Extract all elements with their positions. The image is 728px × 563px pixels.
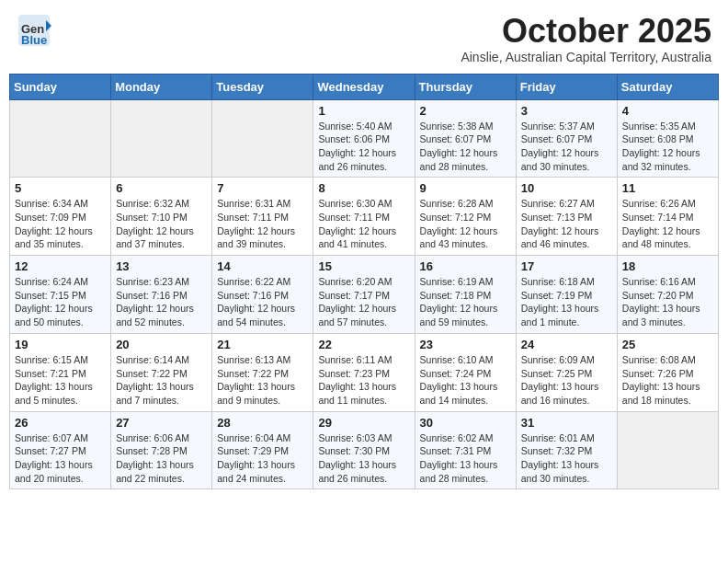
day-info: Sunrise: 5:35 AMSunset: 6:08 PMDaylight:…: [622, 120, 713, 174]
table-row: 19Sunrise: 6:15 AMSunset: 7:21 PMDayligh…: [10, 333, 111, 411]
table-row: [617, 411, 718, 489]
day-info: Sunrise: 6:08 AMSunset: 7:26 PMDaylight:…: [622, 353, 713, 408]
day-number: 3: [521, 104, 612, 118]
day-number: 20: [116, 338, 207, 351]
day-number: 18: [622, 259, 713, 273]
location-subtitle: Ainslie, Australian Capital Territory, A…: [461, 50, 711, 64]
calendar-week-row: 12Sunrise: 6:24 AMSunset: 7:15 PMDayligh…: [10, 256, 719, 334]
day-info: Sunrise: 6:32 AMSunset: 7:10 PMDaylight:…: [116, 197, 207, 251]
calendar-week-row: 5Sunrise: 6:34 AMSunset: 7:09 PMDaylight…: [10, 178, 719, 256]
day-number: 19: [15, 338, 106, 351]
table-row: 29Sunrise: 6:03 AMSunset: 7:30 PMDayligh…: [313, 411, 415, 489]
day-info: Sunrise: 6:16 AMSunset: 7:20 PMDaylight:…: [622, 275, 713, 329]
table-row: 27Sunrise: 6:06 AMSunset: 7:28 PMDayligh…: [111, 411, 212, 489]
logo: Gen Blue: [17, 13, 51, 52]
day-info: Sunrise: 6:18 AMSunset: 7:19 PMDaylight:…: [521, 275, 612, 329]
table-row: 14Sunrise: 6:22 AMSunset: 7:16 PMDayligh…: [212, 256, 313, 334]
table-row: 6Sunrise: 6:32 AMSunset: 7:10 PMDaylight…: [111, 178, 212, 256]
logo-icon: Gen Blue: [17, 13, 51, 48]
day-info: Sunrise: 6:19 AMSunset: 7:18 PMDaylight:…: [420, 275, 511, 329]
calendar-week-row: 19Sunrise: 6:15 AMSunset: 7:21 PMDayligh…: [10, 333, 719, 411]
table-row: 25Sunrise: 6:08 AMSunset: 7:26 PMDayligh…: [617, 333, 718, 411]
day-number: 25: [622, 338, 713, 351]
day-info: Sunrise: 6:11 AMSunset: 7:23 PMDaylight:…: [318, 353, 409, 408]
day-number: 31: [521, 416, 612, 430]
table-row: 12Sunrise: 6:24 AMSunset: 7:15 PMDayligh…: [10, 256, 111, 334]
table-row: [212, 99, 313, 178]
day-number: 5: [15, 181, 106, 195]
table-row: 3Sunrise: 5:37 AMSunset: 6:07 PMDaylight…: [516, 99, 617, 178]
day-number: 12: [15, 259, 106, 273]
calendar-table: Sunday Monday Tuesday Wednesday Thursday…: [9, 74, 719, 490]
day-info: Sunrise: 6:20 AMSunset: 7:17 PMDaylight:…: [318, 275, 409, 329]
table-row: 15Sunrise: 6:20 AMSunset: 7:17 PMDayligh…: [313, 256, 415, 334]
calendar-week-row: 1Sunrise: 5:40 AMSunset: 6:06 PMDaylight…: [10, 99, 719, 178]
calendar-week-row: 26Sunrise: 6:07 AMSunset: 7:27 PMDayligh…: [10, 411, 719, 489]
table-row: 23Sunrise: 6:10 AMSunset: 7:24 PMDayligh…: [415, 333, 516, 411]
day-info: Sunrise: 6:07 AMSunset: 7:27 PMDaylight:…: [15, 431, 106, 486]
day-number: 29: [318, 416, 409, 430]
table-row: 16Sunrise: 6:19 AMSunset: 7:18 PMDayligh…: [415, 256, 516, 334]
day-info: Sunrise: 6:14 AMSunset: 7:22 PMDaylight:…: [116, 353, 207, 408]
table-row: 26Sunrise: 6:07 AMSunset: 7:27 PMDayligh…: [10, 411, 111, 489]
day-info: Sunrise: 6:04 AMSunset: 7:29 PMDaylight:…: [217, 431, 308, 486]
table-row: 4Sunrise: 5:35 AMSunset: 6:08 PMDaylight…: [617, 99, 718, 178]
header-thursday: Thursday: [415, 74, 516, 99]
title-block: October 2025 Ainslie, Australian Capital…: [461, 13, 711, 64]
day-number: 16: [420, 259, 511, 273]
day-number: 24: [521, 338, 612, 351]
table-row: 22Sunrise: 6:11 AMSunset: 7:23 PMDayligh…: [313, 333, 415, 411]
table-row: 1Sunrise: 5:40 AMSunset: 6:06 PMDaylight…: [313, 99, 415, 178]
day-info: Sunrise: 6:15 AMSunset: 7:21 PMDaylight:…: [15, 353, 106, 408]
day-info: Sunrise: 6:31 AMSunset: 7:11 PMDaylight:…: [217, 197, 308, 251]
day-info: Sunrise: 6:03 AMSunset: 7:30 PMDaylight:…: [318, 431, 409, 486]
day-info: Sunrise: 6:02 AMSunset: 7:31 PMDaylight:…: [420, 431, 511, 486]
day-number: 23: [420, 338, 511, 351]
day-number: 15: [318, 259, 409, 273]
day-info: Sunrise: 6:10 AMSunset: 7:24 PMDaylight:…: [420, 353, 511, 408]
day-number: 17: [521, 259, 612, 273]
page-header: Gen Blue October 2025 Ainslie, Australia…: [9, 9, 719, 68]
day-number: 9: [420, 181, 511, 195]
table-row: 24Sunrise: 6:09 AMSunset: 7:25 PMDayligh…: [516, 333, 617, 411]
day-number: 6: [116, 181, 207, 195]
header-wednesday: Wednesday: [313, 74, 415, 99]
day-number: 21: [217, 338, 308, 351]
day-info: Sunrise: 6:27 AMSunset: 7:13 PMDaylight:…: [521, 197, 612, 251]
table-row: 9Sunrise: 6:28 AMSunset: 7:12 PMDaylight…: [415, 178, 516, 256]
table-row: 5Sunrise: 6:34 AMSunset: 7:09 PMDaylight…: [10, 178, 111, 256]
day-number: 30: [420, 416, 511, 430]
table-row: 7Sunrise: 6:31 AMSunset: 7:11 PMDaylight…: [212, 178, 313, 256]
day-info: Sunrise: 6:26 AMSunset: 7:14 PMDaylight:…: [622, 197, 713, 251]
day-number: 27: [116, 416, 207, 430]
table-row: 31Sunrise: 6:01 AMSunset: 7:32 PMDayligh…: [516, 411, 617, 489]
day-info: Sunrise: 6:24 AMSunset: 7:15 PMDaylight:…: [15, 275, 106, 329]
table-row: 20Sunrise: 6:14 AMSunset: 7:22 PMDayligh…: [111, 333, 212, 411]
day-number: 10: [521, 181, 612, 195]
day-number: 11: [622, 181, 713, 195]
day-number: 8: [318, 181, 409, 195]
table-row: 10Sunrise: 6:27 AMSunset: 7:13 PMDayligh…: [516, 178, 617, 256]
day-info: Sunrise: 6:30 AMSunset: 7:11 PMDaylight:…: [318, 197, 409, 251]
table-row: 2Sunrise: 5:38 AMSunset: 6:07 PMDaylight…: [415, 99, 516, 178]
day-number: 13: [116, 259, 207, 273]
table-row: 18Sunrise: 6:16 AMSunset: 7:20 PMDayligh…: [617, 256, 718, 334]
day-number: 22: [318, 338, 409, 351]
calendar-header-row: Sunday Monday Tuesday Wednesday Thursday…: [10, 74, 719, 99]
header-monday: Monday: [111, 74, 212, 99]
day-number: 28: [217, 416, 308, 430]
day-number: 1: [318, 104, 409, 118]
month-title: October 2025: [461, 13, 711, 50]
header-saturday: Saturday: [617, 74, 718, 99]
table-row: [111, 99, 212, 178]
day-number: 26: [15, 416, 106, 430]
header-friday: Friday: [516, 74, 617, 99]
table-row: 21Sunrise: 6:13 AMSunset: 7:22 PMDayligh…: [212, 333, 313, 411]
table-row: 30Sunrise: 6:02 AMSunset: 7:31 PMDayligh…: [415, 411, 516, 489]
day-info: Sunrise: 6:06 AMSunset: 7:28 PMDaylight:…: [116, 431, 207, 486]
day-number: 4: [622, 104, 713, 118]
table-row: 8Sunrise: 6:30 AMSunset: 7:11 PMDaylight…: [313, 178, 415, 256]
table-row: 13Sunrise: 6:23 AMSunset: 7:16 PMDayligh…: [111, 256, 212, 334]
table-row: 11Sunrise: 6:26 AMSunset: 7:14 PMDayligh…: [617, 178, 718, 256]
day-number: 7: [217, 181, 308, 195]
